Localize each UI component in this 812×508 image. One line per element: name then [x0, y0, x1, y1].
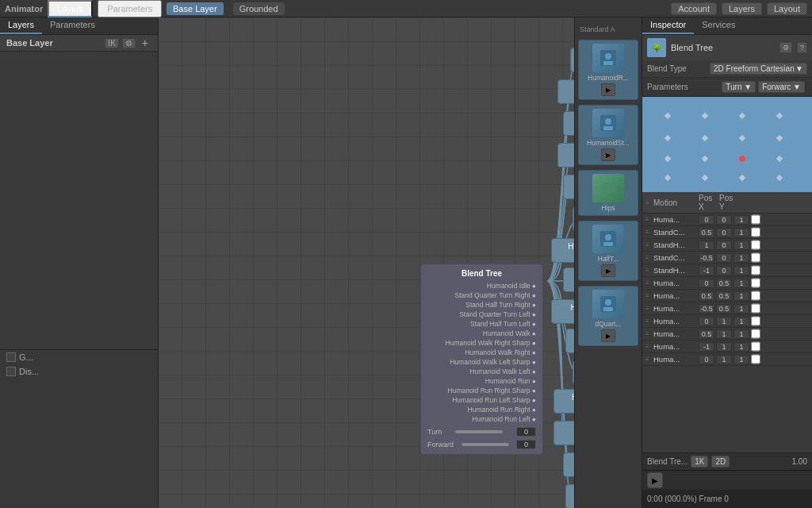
blend-type-dropdown[interactable]: 2D Freeform Cartesian ▼ [710, 63, 807, 75]
node-humanoidRunLeftSharp[interactable]: HumanoidRunLeftSharp ○ Blend Tree [553, 421, 574, 445]
node-humanoidWalkRight[interactable]: HumanoidWalkRight ○ Blend Tree [563, 267, 574, 292]
play-button[interactable]: ▶ [647, 472, 663, 488]
animator-canvas[interactable]: HumanoidIdle ○ Blend Tree StandQuarterTu… [159, 17, 574, 508]
posx-input-9[interactable] [699, 329, 714, 339]
posy-input-9[interactable] [716, 329, 732, 339]
checkbox-d[interactable] [6, 367, 16, 376]
chk-4[interactable] [751, 265, 760, 275]
motion-row[interactable]: ≡ Huma... [642, 214, 812, 226]
left-params-tab[interactable]: Parameters [42, 17, 103, 34]
posx-input-3[interactable] [699, 253, 714, 263]
motion-row[interactable]: ≡ Huma... [642, 277, 812, 290]
posy-input-1[interactable] [716, 228, 732, 237]
motion-row[interactable]: ≡ StandH... [642, 264, 812, 277]
posy-input-0[interactable] [716, 215, 732, 225]
thumb-play-dquart[interactable]: ▶ [601, 329, 615, 342]
posy-input-7[interactable] [716, 304, 732, 314]
settings-icon[interactable]: ⚙ [122, 38, 136, 48]
node-standHalfLeft[interactable]: StandHalfTurnLeft ○ Blend Tree [563, 175, 574, 199]
thumb-humanoidSt[interactable]: HumanoidSt... ▶ [578, 105, 638, 165]
posy-input-4[interactable] [716, 266, 732, 275]
posx-input-0[interactable] [699, 215, 714, 225]
motion-row[interactable]: ≡ Huma... [642, 315, 812, 328]
chk-1[interactable] [751, 227, 760, 237]
turn-value[interactable] [516, 427, 536, 437]
services-tab[interactable]: Services [694, 17, 743, 34]
motion-row[interactable]: ≡ Huma... [642, 302, 812, 315]
node-humanoidRunRight[interactable]: HumanoidRunRight ○ Blend Tree [563, 452, 574, 477]
checkbox-g[interactable] [6, 352, 16, 362]
params-tab[interactable]: Parameters [98, 0, 162, 17]
node-humanoidWalkRightSharp[interactable]: HumanoidWalkRightSharp ○ Blend Tree [551, 238, 574, 263]
inspector-tab[interactable]: Inspector [642, 17, 694, 34]
posx-input-8[interactable] [699, 317, 714, 326]
chk-5[interactable] [751, 278, 760, 288]
chk-2[interactable] [751, 240, 760, 250]
ik-bottom-btn[interactable]: 1K [691, 456, 708, 468]
left-layers-tab[interactable]: Layers [0, 17, 42, 34]
add-layer-button[interactable]: + [139, 37, 151, 49]
thumb-play-humanoidSt[interactable]: ▶ [601, 148, 615, 161]
posx-input-1[interactable] [699, 228, 714, 237]
viz-area[interactable] [642, 97, 812, 192]
thumb-play-halft[interactable]: ▶ [601, 264, 615, 277]
node-humanoidWalkLeftSharp[interactable]: HumanoidWalkLeftSharp ○ Blend Tree [551, 299, 574, 324]
num-input-4[interactable] [733, 266, 749, 275]
node-humanoidIdle[interactable]: HumanoidIdle ○ Blend Tree [570, 48, 574, 72]
thumb-halft[interactable]: HalfT... ▶ [578, 221, 638, 281]
posy-input-2[interactable] [716, 241, 732, 250]
thumb-play-humanoidR[interactable]: ▶ [601, 83, 615, 96]
node-humanoidWalk[interactable]: HumanoidWalk ○ Blend Tree [573, 206, 574, 231]
posy-input-5[interactable] [716, 279, 732, 288]
motion-row[interactable]: ≡ Huma... [642, 328, 812, 341]
grounded-tab[interactable]: Grounded [233, 2, 285, 15]
chk-9[interactable] [751, 329, 760, 339]
thumb-dquart[interactable]: dQuart... ▶ [578, 286, 638, 346]
num-input-7[interactable] [733, 304, 749, 314]
posy-input-8[interactable] [716, 317, 732, 326]
node-standHalfRight[interactable]: StandHalfTurnRight ○ Blend Tree [563, 111, 574, 136]
motion-row[interactable]: ≡ StandH... [642, 239, 812, 252]
chk-6[interactable] [751, 291, 760, 301]
num-input-9[interactable] [733, 329, 749, 339]
node-humanoidRun[interactable]: HumanoidRun ○ Blend Tree [573, 360, 574, 385]
layers-button[interactable]: Layers [722, 2, 762, 15]
param1-dropdown[interactable]: Turn ▼ [722, 81, 756, 93]
twod-bottom-btn[interactable]: 2D [711, 456, 730, 468]
motion-row[interactable]: ≡ Huma... [642, 290, 812, 302]
motion-row[interactable]: ≡ StandC... [642, 226, 812, 239]
num-input-8[interactable] [733, 317, 749, 326]
forward-value[interactable] [516, 440, 536, 449]
thumb-hips[interactable]: Hips [578, 170, 638, 216]
node-humanoidRunLeft[interactable]: HumanoidRunLeft ○ Blend Tree [565, 484, 574, 508]
inspector-help-button[interactable]: ? [797, 42, 807, 53]
motion-row[interactable]: ≡ Huma... [642, 341, 812, 353]
posx-input-4[interactable] [699, 266, 714, 275]
thumb-humanoidR[interactable]: HumanoidR... ▶ [578, 40, 638, 100]
layout-button[interactable]: Layout [767, 2, 807, 15]
motion-row[interactable]: ≡ StandC... [642, 252, 812, 264]
posx-input-10[interactable] [699, 342, 714, 352]
inspector-settings-button[interactable]: ⚙ [779, 42, 792, 53]
num-input-0[interactable] [733, 215, 749, 225]
posy-input-11[interactable] [716, 355, 732, 364]
turn-slider[interactable] [455, 430, 503, 433]
posx-input-2[interactable] [699, 241, 714, 250]
posx-input-6[interactable] [699, 291, 714, 301]
posy-input-10[interactable] [716, 342, 732, 352]
num-input-10[interactable] [733, 342, 749, 352]
posy-input-3[interactable] [716, 253, 732, 263]
num-input-5[interactable] [733, 279, 749, 288]
chk-8[interactable] [751, 316, 760, 326]
chk-11[interactable] [751, 354, 760, 364]
forward-slider[interactable] [462, 443, 509, 446]
animator-canvas-container[interactable]: HumanoidIdle ○ Blend Tree StandQuarterTu… [159, 17, 574, 508]
chk-7[interactable] [751, 303, 760, 314]
node-humanoidRunRightSharp[interactable]: HumanoidRunRightSharp ○ Blend Tree [553, 389, 574, 414]
posx-input-7[interactable] [699, 304, 714, 314]
posx-input-11[interactable] [699, 355, 714, 364]
chk-10[interactable] [751, 341, 760, 352]
num-input-11[interactable] [733, 355, 749, 364]
num-input-6[interactable] [733, 291, 749, 301]
account-button[interactable]: Account [671, 2, 717, 15]
